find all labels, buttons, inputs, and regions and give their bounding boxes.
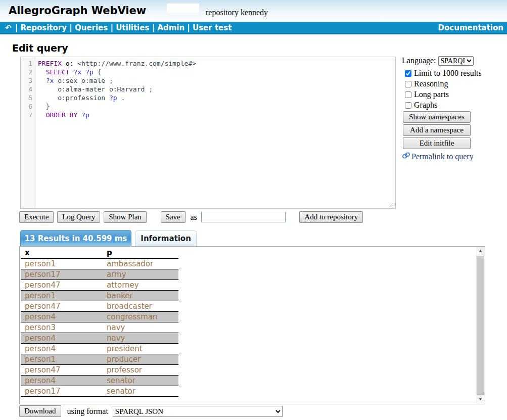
link-icon (402, 152, 411, 161)
editor-line-numbers: 1234567 (21, 57, 35, 208)
language-select[interactable]: SPARQL (438, 56, 474, 66)
repository-label: repository kennedy (206, 8, 268, 17)
line-number: 7 (21, 111, 32, 119)
table-cell: navy (103, 322, 178, 333)
results-table: x p person1ambassadorperson17armyperson4… (21, 247, 178, 397)
line-number: 5 (21, 94, 32, 102)
option-row-graphs: Graphs (405, 101, 490, 110)
add-a-namespace-button[interactable]: Add a namespace (403, 124, 471, 136)
nav-item-repository[interactable]: Repository (21, 23, 67, 32)
nav-item-user-test[interactable]: User test (193, 23, 232, 32)
table-cell: person17 (21, 386, 103, 396)
nav-item-queries[interactable]: Queries (75, 23, 108, 32)
table-cell: ambassador (103, 258, 178, 269)
code-token: ; (149, 85, 153, 93)
table-cell: person47 (21, 301, 103, 311)
code-token (38, 68, 46, 76)
table-cell: producer (103, 354, 178, 364)
nav-separator: | (13, 23, 21, 32)
checkbox-long-parts[interactable] (405, 91, 411, 98)
scrollbar-up-icon[interactable]: ▲ (476, 247, 485, 255)
code-line: o:profession ?p . (38, 94, 395, 102)
table-row: person1producer (21, 354, 178, 364)
table-cell: senator (103, 375, 178, 386)
line-number: 1 (21, 59, 32, 68)
download-button[interactable]: Download (19, 405, 61, 417)
code-token: ORDER BY (46, 111, 78, 119)
nav-separator: | (185, 23, 193, 32)
resize-handle-icon[interactable] (388, 201, 394, 207)
table-cell: person4 (21, 333, 103, 343)
code-token: ?x (73, 68, 81, 76)
header: AllegroGraph WebView repository kennedy (0, 0, 507, 22)
code-token: o:alma-mater (58, 85, 105, 93)
code-token (77, 77, 81, 84)
line-number: 2 (21, 68, 32, 76)
edit-initfile-button[interactable]: Edit initfile (403, 137, 471, 149)
code-token: ?p (85, 68, 94, 76)
code-token (105, 85, 109, 93)
nav-item-admin[interactable]: Admin (157, 23, 185, 32)
checkbox-reasoning[interactable] (405, 81, 411, 87)
scrollbar-thumb[interactable] (477, 256, 484, 395)
save-name-input[interactable] (201, 212, 286, 222)
table-cell: president (103, 343, 178, 354)
table-row: person47broadcaster (21, 301, 178, 311)
column-header-p: p (103, 247, 178, 258)
table-row: person17army (21, 269, 178, 279)
nav-item-documentation[interactable]: Documentation (438, 22, 503, 33)
code-token: <http://www.franz.com/simple#> (77, 60, 196, 67)
side-button-list: Show namespacesAdd a namespaceEdit initf… (402, 111, 490, 149)
code-token (145, 85, 149, 93)
table-cell: person4 (21, 311, 103, 322)
code-token (54, 77, 58, 84)
code-token (105, 77, 109, 84)
query-editor[interactable]: 1234567 PREFIX o: <http://www.franz.com/… (20, 57, 396, 209)
code-token: o:Harvard (109, 85, 145, 93)
format-select[interactable]: SPARQL JSON (113, 406, 283, 417)
code-token (38, 94, 58, 102)
code-line: ?x o:sex o:male ; (38, 76, 395, 85)
code-token: o:profession (58, 94, 105, 102)
permalink-label: Permalink to query (411, 152, 474, 161)
scrollbar-down-icon[interactable]: ▼ (476, 395, 485, 404)
execute-button[interactable]: Execute (19, 211, 54, 223)
code-token: PREFIX (38, 60, 62, 67)
nav-separator: | (67, 23, 75, 32)
nav-item-utilities[interactable]: Utilities (116, 23, 149, 32)
table-row: person17senator (21, 386, 178, 396)
table-cell: professor (103, 364, 178, 375)
checkbox-label: Graphs (414, 101, 437, 110)
checkbox-label: Long parts (414, 90, 449, 99)
checkbox-label: Reasoning (414, 79, 448, 88)
code-token (38, 77, 46, 84)
code-token: { (97, 68, 101, 76)
line-number: 4 (21, 85, 32, 94)
results-scrollbar[interactable]: ▲ ▼ (476, 247, 485, 404)
column-header-x: x (21, 247, 103, 258)
back-arrow-icon[interactable]: ↶ (4, 22, 13, 33)
permalink-link[interactable]: Permalink to query (402, 152, 490, 161)
query-options-panel: Language: SPARQL Limit to 1000 resultsRe… (402, 56, 490, 161)
show-namespaces-button[interactable]: Show namespaces (403, 111, 471, 123)
table-header-row: x p (21, 247, 178, 258)
add-to-repository-button[interactable]: Add to repository (299, 211, 363, 223)
editor-code[interactable]: PREFIX o: <http://www.franz.com/simple#>… (35, 57, 395, 208)
code-line: } (38, 102, 395, 111)
checkbox-limit-to-1000-results[interactable] (405, 70, 411, 77)
code-token (105, 94, 109, 102)
code-line: SELECT ?x ?p { (38, 68, 395, 76)
tab-information[interactable]: Information (135, 230, 197, 246)
log-query-button[interactable]: Log Query (57, 211, 100, 223)
option-row-limit-to-1000-results: Limit to 1000 results (405, 69, 490, 78)
code-line: ORDER BY ?p (38, 111, 395, 119)
actions-row: Execute Log Query Show Plan Save as Add … (19, 211, 484, 223)
save-button[interactable]: Save (161, 211, 186, 223)
app-title: AllegroGraph WebView (9, 5, 146, 17)
checkbox-graphs[interactable] (405, 102, 411, 109)
tab-results[interactable]: 13 Results in 40.599 ms (20, 230, 131, 246)
nav-separator: | (149, 23, 157, 32)
code-token: SELECT (46, 68, 70, 76)
show-plan-button[interactable]: Show Plan (104, 211, 147, 223)
nav-menu: | Repository | Queries | Utilities | Adm… (13, 23, 232, 32)
